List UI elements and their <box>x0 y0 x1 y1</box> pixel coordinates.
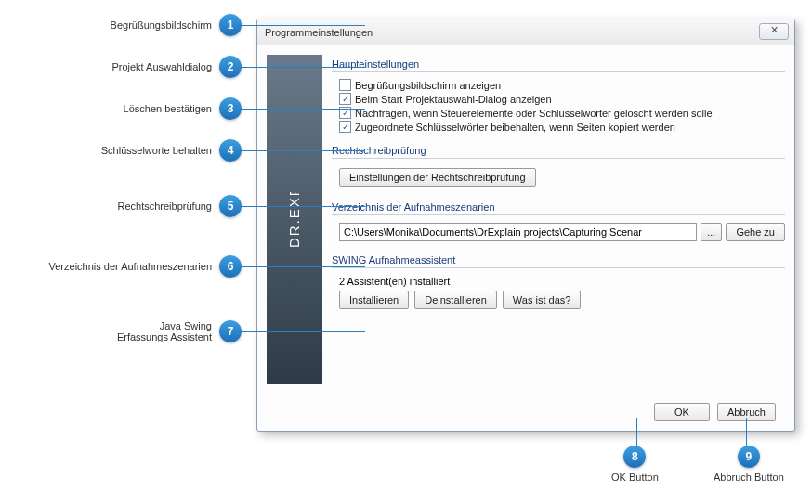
callout-badge-8: 8 <box>623 446 646 468</box>
callout-label-5: Rechtschreibprüfung <box>117 200 212 212</box>
ok-button[interactable]: OK <box>654 403 710 421</box>
checkbox-confirm-delete-label: Nachfragen, wenn Steuerelemente oder Sch… <box>355 108 713 119</box>
capture-dir-input[interactable] <box>339 223 697 241</box>
install-button[interactable]: Installieren <box>339 291 409 309</box>
callout-label-2: Projekt Auswahldialog <box>111 61 212 72</box>
titlebar: Programmeinstellungen ✕ <box>257 19 794 45</box>
uninstall-button[interactable]: Deinstallieren <box>414 291 497 309</box>
callout-label-6: Verzeichnis der Aufnahmeszenarien <box>49 261 213 272</box>
callout-label-9: Abbruch Button <box>714 472 784 483</box>
section-header-main: Haupteinstellungen <box>332 55 785 72</box>
callout-badge-1: 1 <box>219 14 242 36</box>
callout-label-1: Begrüßungsbildschirm <box>111 19 212 31</box>
checkbox-keep-keywords-label: Zugeordnete Schlüsselwörter beibehalten,… <box>355 122 675 133</box>
checkbox-welcome[interactable] <box>339 79 351 91</box>
close-icon: ✕ <box>770 24 779 35</box>
section-header-capture-dir: Verzeichnis der Aufnahmeszenarien <box>332 198 785 215</box>
close-button[interactable]: ✕ <box>759 23 789 40</box>
browse-button[interactable]: ... <box>701 223 722 241</box>
section-header-swing: SWING Aufnahmeassistent <box>332 251 785 268</box>
callout-badge-3: 3 <box>219 97 242 120</box>
goto-button[interactable]: Gehe zu <box>726 223 785 241</box>
spellcheck-settings-button[interactable]: Einstellungen der Rechtschreibprüfung <box>339 168 536 187</box>
callout-badge-9: 9 <box>738 446 760 468</box>
callout-label-8: OK Button <box>611 472 659 483</box>
callout-badge-2: 2 <box>219 56 242 78</box>
callout-badge-4: 4 <box>219 139 242 162</box>
callout-badge-6: 6 <box>219 255 242 278</box>
callout-badge-7: 7 <box>219 320 242 342</box>
brand-text: DR.EXPLAIN <box>286 192 302 248</box>
brand-banner: DR.EXPLAIN <box>267 55 322 384</box>
checkbox-project-dialog[interactable]: ✓ <box>339 93 351 105</box>
checkbox-keep-keywords[interactable]: ✓ <box>339 121 351 133</box>
callout-label-4: Schlüsselworte behalten <box>101 145 212 156</box>
dialog-title: Programmeinstellungen <box>265 27 373 38</box>
callout-label-3: Löschen bestätigen <box>124 103 212 114</box>
checkbox-project-dialog-label: Beim Start Projektauswahl-Dialog anzeige… <box>355 94 552 105</box>
section-header-spell: Rechtschreibprüfung <box>332 141 785 159</box>
settings-dialog: Programmeinstellungen ✕ DR.EXPLAIN Haupt… <box>256 19 795 432</box>
checkbox-welcome-label: Begrüßungsbildschirm anzeigen <box>355 80 501 91</box>
whatis-button[interactable]: Was ist das? <box>503 291 582 309</box>
swing-status: 2 Assistent(en) installiert <box>332 274 785 291</box>
callout-badge-5: 5 <box>219 195 242 217</box>
callout-label-7: Java Swing Erfassungs Assistent <box>117 320 212 342</box>
